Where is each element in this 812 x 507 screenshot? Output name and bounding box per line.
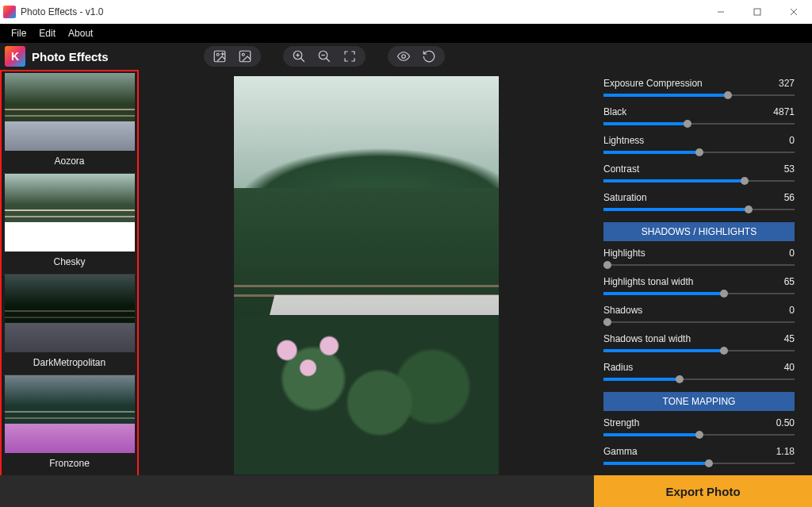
slider-saturation[interactable] xyxy=(603,203,795,214)
slider-gamma[interactable] xyxy=(603,457,795,468)
control-label: Lightness xyxy=(603,135,644,146)
control-label: Strength xyxy=(603,417,639,428)
adjustments-panel: Exposure Compression327Black4871Lightnes… xyxy=(594,70,812,507)
menu-file[interactable]: File xyxy=(5,25,33,41)
control-value: 0 xyxy=(768,135,795,146)
control-value: 53 xyxy=(768,163,795,175)
window-minimize-button[interactable] xyxy=(703,0,739,24)
slider-highlights-tonal-width[interactable] xyxy=(603,287,795,298)
control-black: Black4871 xyxy=(603,106,795,129)
control-radius: Radius40 xyxy=(603,362,795,384)
control-highlights-tonal-width: Highlights tonal width65 xyxy=(603,276,795,298)
control-value: 327 xyxy=(768,78,795,89)
preset-label: DarkMetropolitan xyxy=(3,352,136,375)
control-value: 65 xyxy=(768,276,795,287)
control-value: 0.50 xyxy=(768,417,795,428)
export-photo-label: Export Photo xyxy=(665,485,740,498)
control-saturation: Saturation56 xyxy=(603,192,795,214)
zoom-out-button[interactable] xyxy=(312,46,337,67)
control-value: 0 xyxy=(768,305,795,316)
slider-lightness[interactable] xyxy=(603,146,795,157)
control-highlights: Highlights0 xyxy=(603,248,795,270)
control-shadows-tonal-width: Shadows tonal width45 xyxy=(603,333,795,355)
preset-chesky[interactable]: Chesky xyxy=(3,174,136,275)
menu-edit[interactable]: Edit xyxy=(33,25,62,41)
app-icon xyxy=(3,6,16,18)
slider-shadows[interactable] xyxy=(603,316,795,327)
file-tool-group xyxy=(204,46,261,67)
slider-radius[interactable] xyxy=(603,373,795,384)
preset-thumb xyxy=(5,73,135,151)
slider-exposure-compression[interactable] xyxy=(603,89,795,100)
preset-label: Chesky xyxy=(3,252,136,275)
control-value: 45 xyxy=(768,333,795,344)
fit-screen-button[interactable] xyxy=(337,46,362,67)
control-label: Radius xyxy=(603,362,633,373)
control-exposure-compression: Exposure Compression327 xyxy=(603,78,795,100)
zoom-in-button[interactable] xyxy=(286,46,312,67)
control-lightness: Lightness0 xyxy=(603,135,795,157)
preset-aozora[interactable]: Aozora xyxy=(3,73,136,174)
control-label: Shadows xyxy=(603,305,642,316)
canvas-area xyxy=(139,70,594,507)
svg-point-9 xyxy=(242,53,244,56)
control-shadows: Shadows0 xyxy=(603,305,795,327)
preset-fronzone[interactable]: Fronzone xyxy=(3,375,136,476)
preview-toggle-button[interactable] xyxy=(391,46,416,67)
preset-sidebar: Aozora Chesky DarkMetropolitan Fronzone xyxy=(0,70,139,507)
slider-contrast[interactable] xyxy=(603,175,795,186)
window-title: Photo Effects - v1.0 xyxy=(21,6,104,17)
control-value: 1.18 xyxy=(768,446,795,457)
toolbar: Photo Effects xyxy=(0,43,812,70)
preset-thumb xyxy=(5,174,135,252)
control-value: 4871 xyxy=(768,106,795,117)
zoom-tool-group xyxy=(283,46,366,67)
brand-logo xyxy=(5,46,25,67)
menu-about[interactable]: About xyxy=(62,25,99,41)
control-value: 56 xyxy=(768,192,795,203)
control-contrast: Contrast53 xyxy=(603,163,795,186)
import-image-button[interactable] xyxy=(207,46,232,67)
control-value: 0 xyxy=(768,248,795,259)
control-strength: Strength0.50 xyxy=(603,417,795,440)
svg-rect-4 xyxy=(214,51,225,62)
window-maximize-button[interactable] xyxy=(739,0,776,24)
svg-rect-1 xyxy=(754,9,760,15)
preset-thumb xyxy=(5,275,135,352)
window-titlebar: Photo Effects - v1.0 xyxy=(0,0,812,24)
control-label: Gamma xyxy=(603,446,638,457)
control-gamma: Gamma1.18 xyxy=(603,446,795,468)
preset-darkmetropolitan[interactable]: DarkMetropolitan xyxy=(3,275,136,375)
main-image-canvas[interactable] xyxy=(234,76,499,474)
section-header-tone-mapping: TONE MAPPING xyxy=(603,392,795,411)
svg-point-17 xyxy=(401,55,405,59)
control-label: Highlights tonal width xyxy=(603,276,693,287)
control-label: Contrast xyxy=(603,163,639,175)
brand-text: Photo Effects xyxy=(32,50,109,63)
control-label: Exposure Compression xyxy=(603,78,703,89)
svg-rect-8 xyxy=(239,51,251,62)
preset-thumb xyxy=(5,375,135,453)
control-label: Black xyxy=(603,106,626,117)
window-close-button[interactable] xyxy=(776,0,812,24)
control-label: Highlights xyxy=(603,248,645,259)
image-button[interactable] xyxy=(232,46,258,67)
svg-point-5 xyxy=(216,53,219,56)
preset-label: Aozora xyxy=(3,151,136,174)
menubar: File Edit About xyxy=(0,24,812,43)
control-label: Shadows tonal width xyxy=(603,333,691,344)
control-value: 40 xyxy=(768,362,795,373)
view-tool-group xyxy=(388,46,445,67)
section-header-shadows-highlights: SHADOWS / HIGHLIGHTS xyxy=(603,222,795,241)
control-label: Saturation xyxy=(603,192,647,203)
svg-line-15 xyxy=(326,58,330,62)
slider-shadows-tonal-width[interactable] xyxy=(603,344,795,355)
slider-strength[interactable] xyxy=(603,428,795,440)
export-photo-button[interactable]: Export Photo xyxy=(594,475,812,507)
svg-line-11 xyxy=(301,58,304,62)
slider-highlights[interactable] xyxy=(603,259,795,270)
preset-label: Fronzone xyxy=(3,453,136,476)
slider-black[interactable] xyxy=(603,117,795,129)
reset-button[interactable] xyxy=(416,46,442,67)
